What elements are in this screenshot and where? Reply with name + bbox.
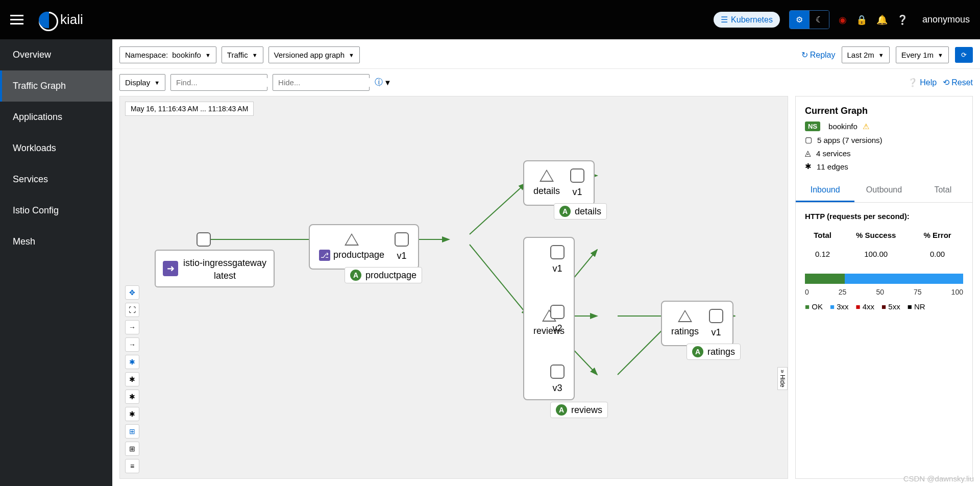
details-node[interactable]: details v1 — [523, 160, 595, 206]
ratings-node[interactable]: ratings v1 — [661, 301, 733, 346]
gateway-node-icon[interactable] — [197, 232, 211, 247]
workload-square-icon — [550, 245, 565, 259]
th-error: % Error — [912, 226, 963, 245]
workload-square-icon — [570, 168, 584, 183]
gateway-node[interactable]: ➜ istio-ingressgateway latest — [155, 250, 275, 287]
record-icon[interactable]: ◉ — [839, 14, 847, 26]
time-range-select[interactable]: Last 2m ▼ — [842, 46, 890, 63]
ratings-v1-label: v1 — [712, 327, 721, 338]
caret-down-icon: ▼ — [154, 80, 160, 86]
info-icon[interactable]: ⓘ — [375, 77, 383, 88]
productpage-app-tag[interactable]: Aproductpage — [345, 267, 422, 283]
bell-icon[interactable]: 🔔 — [876, 14, 888, 26]
chart-legend: OK 3xx 4xx 5xx NR — [805, 302, 963, 311]
graph-controls: ✥ ⛶ → → ✱ ✱ ✱ ✱ ⊞ ⊞ ≡ — [125, 285, 139, 473]
hide-input-wrap: ▼ — [273, 74, 370, 91]
th-success: % Success — [840, 226, 912, 245]
td-total: 0.12 — [805, 245, 840, 263]
menu-toggle-icon[interactable] — [10, 15, 23, 25]
graph-edges — [120, 96, 788, 478]
warning-icon[interactable]: ⚠ — [863, 122, 869, 131]
reviews-node[interactable]: reviews v1 v2 v3 — [523, 237, 575, 400]
http-bar-chart: 0255075100 OK 3xx 4xx 5xx NR — [805, 274, 963, 311]
ns-badge: NS — [805, 121, 820, 131]
layout-4-button[interactable]: ✱ — [125, 390, 139, 404]
gateway-icon: ➜ — [163, 261, 178, 276]
bar-row — [805, 274, 963, 284]
settings-button[interactable]: ⚙ — [790, 11, 809, 29]
sidebar-item-istio-config[interactable]: Istio Config — [0, 195, 112, 226]
panel-title: Current Graph — [805, 106, 963, 116]
app-badge-icon: A — [556, 404, 567, 416]
namespace-value: bookinfo — [172, 51, 201, 59]
sidebar-item-applications[interactable]: Applications — [0, 102, 112, 133]
cluster-box-button[interactable]: ⊞ — [125, 442, 139, 456]
reviews-app-tag[interactable]: Areviews — [550, 402, 608, 418]
layout-5-button[interactable]: ✱ — [125, 407, 139, 421]
legend-5xx: 5xx — [881, 302, 900, 311]
details-service-label: details — [533, 186, 560, 197]
reset-link[interactable]: ⟲Reset — [943, 78, 973, 87]
tab-outbound[interactable]: Outbound — [854, 179, 913, 202]
display-select[interactable]: Display ▼ — [119, 74, 165, 91]
chart-axis: 0255075100 — [805, 288, 963, 296]
hide-input[interactable] — [278, 78, 375, 87]
productpage-node[interactable]: ⎇productpage v1 — [309, 224, 419, 270]
help-label: Help — [920, 78, 937, 87]
refresh-interval-select[interactable]: Every 1m ▼ — [896, 46, 949, 63]
details-app-tag[interactable]: Adetails — [554, 203, 607, 220]
app-badge-icon: A — [350, 270, 361, 281]
edges-count: 11 edges — [817, 162, 848, 171]
toolbar-top: Namespace: bookinfo ▼ Traffic ▼ Versione… — [112, 39, 980, 69]
help-icon[interactable]: ❔ — [897, 14, 908, 26]
refresh-button[interactable]: ⟳ — [955, 47, 973, 63]
layout-3-button[interactable]: ✱ — [125, 372, 139, 386]
ratings-app-tag[interactable]: Aratings — [687, 344, 741, 360]
help-link[interactable]: ❔Help — [908, 78, 937, 87]
legend-button[interactable]: ≡ — [125, 459, 139, 473]
layout-2-button[interactable]: → — [125, 337, 139, 352]
lock-icon[interactable]: 🔒 — [856, 14, 867, 26]
brand-logo[interactable]: kiali — [39, 12, 83, 28]
graph-type-select[interactable]: Versioned app graph ▼ — [268, 46, 360, 63]
reset-icon: ⟲ — [943, 78, 949, 87]
tab-inbound[interactable]: Inbound — [796, 179, 854, 202]
timestamp-label: May 16, 11:16:43 AM ... 11:18:43 AM — [125, 102, 254, 116]
sidebar-item-mesh[interactable]: Mesh — [0, 226, 112, 257]
service-triangle-icon — [678, 310, 692, 322]
panel-toggle-label: Hide — [779, 375, 786, 387]
layout-1-button[interactable]: → — [125, 320, 139, 334]
replay-link[interactable]: ↻Replay — [801, 50, 836, 60]
sidebar-item-traffic-graph[interactable]: Traffic Graph — [0, 70, 112, 102]
user-label[interactable]: anonymous — [917, 14, 970, 25]
workload-square-icon — [550, 364, 565, 379]
namespace-select[interactable]: Namespace: bookinfo ▼ — [119, 46, 216, 63]
app-badge-icon: A — [559, 206, 571, 217]
traffic-select[interactable]: Traffic ▼ — [222, 46, 263, 63]
ratings-service-label: ratings — [671, 326, 699, 337]
gateway-name: istio-ingressgateway — [183, 258, 266, 269]
sidebar-item-workloads[interactable]: Workloads — [0, 133, 112, 164]
kiali-logo-icon — [39, 12, 55, 28]
ns-name[interactable]: bookinfo — [828, 122, 857, 131]
legend-3xx: 3xx — [830, 302, 849, 311]
sidebar-item-overview[interactable]: Overview — [0, 39, 112, 70]
sidebar-item-services[interactable]: Services — [0, 164, 112, 195]
tab-total[interactable]: Total — [914, 179, 972, 202]
graph-canvas[interactable]: May 16, 11:16:43 AM ... 11:18:43 AM — [119, 96, 788, 479]
app-header: kiali ☰ Kubernetes ⚙ ☾ ◉ 🔒 🔔 ❔ anonymous — [0, 0, 980, 39]
edges-icon: ✱ — [805, 162, 812, 171]
caret-down-icon: ▼ — [878, 52, 884, 58]
namespace-box-button[interactable]: ⊞ — [125, 424, 139, 439]
panel-toggle[interactable]: » Hide — [777, 367, 788, 390]
fit-button[interactable]: ⛶ — [125, 303, 139, 317]
graph-layout-button[interactable]: ✱ — [125, 355, 139, 369]
find-input[interactable] — [176, 78, 273, 87]
drag-mode-button[interactable]: ✥ — [125, 285, 139, 300]
dark-mode-button[interactable]: ☾ — [809, 11, 829, 29]
cluster-pill[interactable]: ☰ Kubernetes — [714, 12, 780, 28]
workload-square-icon — [395, 232, 409, 247]
main-content: Namespace: bookinfo ▼ Traffic ▼ Versione… — [112, 39, 980, 486]
reviews-v2-label: v2 — [553, 323, 562, 334]
reviews-v3-label: v3 — [553, 383, 562, 394]
